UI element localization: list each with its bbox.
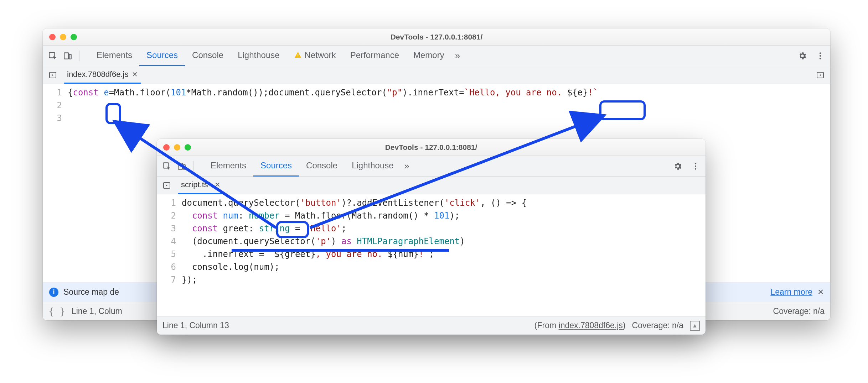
debugger-toggle-icon[interactable] (813, 69, 827, 82)
file-tab-bar: index.7808df6e.js ✕ (43, 66, 830, 84)
svg-point-5 (820, 52, 821, 54)
tab-lighthouse[interactable]: Lighthouse (345, 156, 401, 177)
traffic-lights (157, 144, 191, 151)
line-gutter: 1234567 (157, 194, 182, 316)
window-title: DevTools - 127.0.0.1:8081/ (157, 143, 706, 152)
device-toolbar-icon[interactable] (61, 49, 74, 62)
tab-performance[interactable]: Performance (343, 45, 406, 66)
close-file-icon[interactable]: ✕ (215, 180, 221, 189)
svg-point-17 (695, 168, 696, 169)
minimize-window-button[interactable] (60, 34, 66, 40)
svg-rect-3 (298, 54, 298, 56)
svg-rect-2 (69, 54, 71, 59)
file-tab-label: index.7808df6e.js (67, 70, 128, 79)
navigator-toggle-icon[interactable] (46, 69, 60, 82)
tab-memory[interactable]: Memory (406, 45, 451, 66)
svg-marker-9 (52, 74, 53, 76)
inspect-element-icon[interactable] (160, 160, 173, 173)
pretty-print-icon[interactable]: { } (48, 306, 65, 317)
navigator-toggle-icon[interactable] (160, 179, 174, 192)
info-icon: i (49, 288, 58, 297)
traffic-lights (43, 34, 77, 40)
inspect-element-icon[interactable] (46, 49, 59, 62)
status-bar: Line 1, Column 13 (From index.7808df6e.j… (157, 316, 706, 335)
main-toolbar: Elements Sources Console Lighthouse Netw… (43, 46, 830, 66)
kebab-menu-icon[interactable] (814, 49, 827, 62)
code-editor[interactable]: 1234567 document.querySelector('button')… (157, 194, 706, 316)
svg-marker-19 (166, 184, 167, 187)
tab-elements[interactable]: Elements (203, 156, 253, 177)
cursor-position: Line 1, Colum (72, 306, 122, 316)
more-tabs-icon[interactable]: » (404, 161, 409, 172)
zoom-window-button[interactable] (71, 34, 77, 40)
zoom-window-button[interactable] (185, 144, 191, 151)
code-content[interactable]: document.querySelector('button')?.addEve… (182, 194, 706, 316)
svg-rect-13 (178, 163, 182, 169)
window-title: DevTools - 127.0.0.1:8081/ (43, 33, 830, 41)
svg-point-15 (695, 163, 696, 164)
line-gutter: 1 2 3 (43, 84, 68, 282)
tab-sources[interactable]: Sources (253, 156, 299, 177)
warning-icon (294, 51, 302, 59)
tab-network[interactable]: Network (287, 45, 343, 66)
svg-rect-4 (298, 57, 298, 57)
tab-console[interactable]: Console (185, 45, 231, 66)
tab-lighthouse[interactable]: Lighthouse (231, 45, 286, 66)
svg-rect-1 (64, 53, 68, 59)
device-toolbar-icon[interactable] (175, 160, 188, 173)
close-window-button[interactable] (49, 34, 56, 40)
main-toolbar: Elements Sources Console Lighthouse » (157, 156, 706, 177)
close-file-icon[interactable]: ✕ (132, 70, 138, 79)
coverage-label: Coverage: n/a (632, 321, 683, 330)
file-tab[interactable]: script.ts* ✕ (178, 177, 223, 194)
more-tabs-icon[interactable]: » (455, 50, 460, 61)
tab-console[interactable]: Console (299, 156, 345, 177)
cursor-position: Line 1, Column 13 (162, 321, 229, 330)
file-tab-label: script.ts* (181, 180, 211, 189)
kebab-menu-icon[interactable] (689, 160, 702, 173)
svg-point-16 (695, 165, 696, 167)
tab-sources[interactable]: Sources (139, 45, 185, 66)
svg-point-6 (820, 55, 821, 56)
panel-tabs: Elements Sources Console Lighthouse Netw… (89, 45, 460, 66)
close-window-button[interactable] (163, 144, 170, 151)
panel-tabs: Elements Sources Console Lighthouse » (203, 156, 409, 177)
learn-more-link[interactable]: Learn more (770, 287, 812, 297)
svg-rect-14 (183, 164, 185, 169)
titlebar: DevTools - 127.0.0.1:8081/ (43, 28, 830, 46)
coverage-label: Coverage: n/a (773, 306, 825, 316)
from-file: (From index.7808df6e.js) (534, 321, 626, 330)
from-file-link[interactable]: index.7808df6e.js (559, 321, 623, 330)
titlebar: DevTools - 127.0.0.1:8081/ (157, 139, 706, 156)
svg-marker-11 (820, 74, 821, 76)
info-close-icon[interactable]: ✕ (817, 288, 824, 297)
expand-panel-icon[interactable]: ▲ (690, 321, 700, 331)
info-text: Source map de (63, 287, 119, 297)
file-tab-bar: script.ts* ✕ (157, 177, 706, 194)
tab-elements[interactable]: Elements (89, 45, 139, 66)
devtools-window-front: DevTools - 127.0.0.1:8081/ Elements Sour… (157, 139, 706, 335)
minimize-window-button[interactable] (174, 144, 180, 151)
settings-icon[interactable] (671, 160, 684, 173)
svg-point-7 (820, 58, 821, 59)
settings-icon[interactable] (796, 49, 809, 62)
file-tab[interactable]: index.7808df6e.js ✕ (64, 66, 141, 84)
